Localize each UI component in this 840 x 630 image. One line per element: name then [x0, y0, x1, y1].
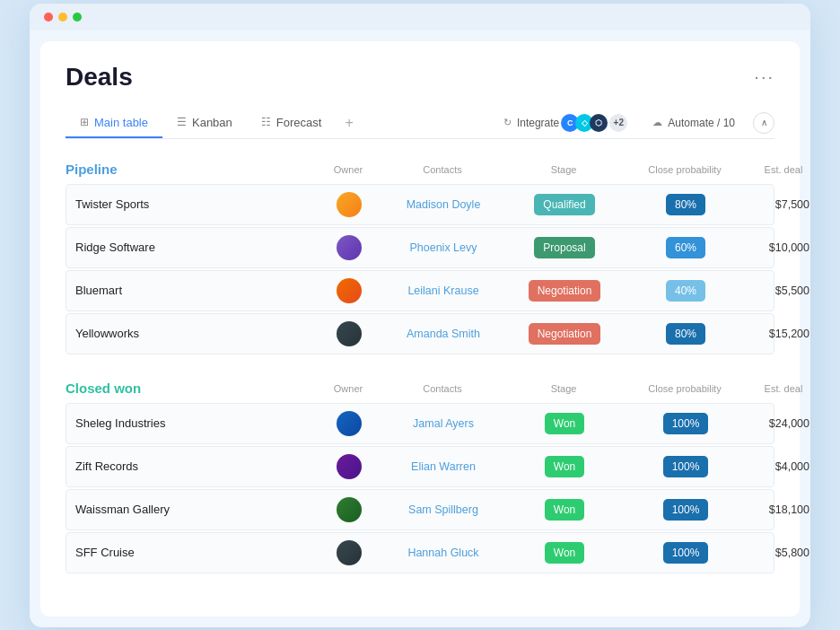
stage-badge: Won: [545, 499, 584, 521]
deal-name: Bluemart: [66, 276, 318, 304]
deal-value: $5,500: [748, 277, 810, 304]
table-row: Sheleg Industries Jamal Ayers Won 100% $…: [66, 403, 774, 444]
stage-badge: Negotiation: [529, 323, 601, 345]
probability-badge: 100%: [663, 413, 709, 434]
table-row: SFF Cruise Hannah Gluck Won 100% $5,800: [66, 532, 774, 573]
deal-value: $15,200: [748, 320, 810, 347]
probability-badge: 60%: [666, 237, 705, 258]
owner-avatar-cell: [318, 447, 381, 486]
app-content: Deals ··· ⊞ Main table ☰ Kanban ☷ Foreca…: [40, 41, 800, 617]
deal-value: $18,100: [748, 496, 810, 523]
prob-cell: 100%: [623, 410, 748, 437]
probability-badge: 40%: [666, 280, 705, 302]
stage-badge: Won: [545, 542, 584, 564]
toolbar-right: ↻ Integrate C ◇ ⬡ +2 ☁ Automate / 10 ∧: [496, 110, 774, 136]
pipeline-owner-header: Owner: [317, 164, 380, 175]
closed-won-prob-header: Close probability: [622, 383, 748, 394]
probability-badge: 80%: [666, 194, 705, 215]
stage-badge: Negotiation: [529, 280, 601, 302]
closed-won-section: Closed won Owner Contacts Stage Close pr…: [66, 376, 774, 573]
table-row: Bluemart Leilani Krause Negotiation 40% …: [66, 270, 774, 311]
pipeline-contacts-header: Contacts: [380, 164, 505, 175]
stage-cell: Qualified: [506, 191, 623, 218]
tab-forecast-label: Forecast: [276, 116, 322, 129]
forecast-icon: ☷: [261, 116, 271, 128]
automate-button[interactable]: ☁ Automate / 10: [645, 113, 742, 133]
pipeline-section: Pipeline Owner Contacts Stage Close prob…: [66, 157, 774, 354]
avatar: [337, 192, 362, 217]
prob-cell: 100%: [623, 453, 748, 480]
tab-main-table-label: Main table: [94, 116, 148, 129]
table-row: Ridge Software Phoenix Levy Proposal 60%…: [66, 227, 774, 268]
contact-name[interactable]: Hannah Gluck: [381, 539, 506, 566]
contact-name[interactable]: Leilani Krause: [381, 277, 506, 304]
table-row: Zift Records Elian Warren Won 100% $4,00…: [66, 446, 774, 487]
sync-icon: ↻: [503, 117, 512, 128]
collapse-button[interactable]: ∧: [753, 112, 774, 134]
avatar: [337, 454, 362, 479]
automate-label: Automate / 10: [668, 117, 735, 129]
stage-badge: Proposal: [534, 237, 594, 258]
integrate-label: Integrate: [517, 117, 559, 129]
contact-name[interactable]: Amanda Smith: [381, 320, 506, 347]
closed-won-header-row: Closed won Owner Contacts Stage Close pr…: [66, 376, 774, 401]
owner-avatar-cell: [318, 533, 381, 573]
owner-avatar-cell: [318, 271, 381, 311]
avatar: [337, 497, 362, 522]
stage-cell: Won: [506, 539, 623, 566]
contact-name[interactable]: Sam Spillberg: [381, 496, 506, 523]
owner-avatar-cell: [318, 404, 381, 443]
deal-value: $5,800: [748, 539, 810, 566]
close-dot[interactable]: [44, 13, 53, 22]
page-title: Deals: [66, 63, 133, 92]
closed-won-contacts-header: Contacts: [380, 383, 505, 394]
owner-avatar-cell: [318, 314, 381, 354]
probability-badge: 100%: [663, 542, 709, 564]
prob-cell: 80%: [623, 191, 748, 218]
tab-kanban-label: Kanban: [192, 116, 232, 129]
deal-name: Yellowworks: [66, 319, 318, 347]
deal-name: Sheleg Industries: [66, 409, 318, 437]
contact-name[interactable]: Elian Warren: [381, 453, 506, 480]
deal-value: $7,500: [748, 191, 810, 218]
tab-add-button[interactable]: +: [336, 108, 362, 138]
contact-name[interactable]: Jamal Ayers: [381, 410, 506, 437]
browser-window: Deals ··· ⊞ Main table ☰ Kanban ☷ Foreca…: [30, 4, 810, 627]
stage-badge: Qualified: [534, 194, 594, 215]
kanban-icon: ☰: [177, 116, 187, 128]
deal-value: $24,000: [748, 410, 810, 437]
page-header: Deals ···: [66, 63, 774, 92]
prob-cell: 80%: [623, 320, 748, 347]
tab-main-table[interactable]: ⊞ Main table: [66, 109, 162, 138]
pipeline-deal-header: Est. deal: [748, 164, 810, 175]
pipeline-stage-header: Stage: [505, 164, 622, 175]
deal-name: SFF Cruise: [66, 538, 318, 566]
tab-kanban[interactable]: ☰ Kanban: [162, 109, 247, 138]
minimize-dot[interactable]: [58, 13, 67, 22]
tab-list: ⊞ Main table ☰ Kanban ☷ Forecast +: [66, 108, 496, 138]
closed-won-title: Closed won: [66, 381, 317, 396]
tab-bar: ⊞ Main table ☰ Kanban ☷ Forecast + ↻ Int…: [66, 108, 774, 139]
icon-circle-dark: ⬡: [590, 114, 608, 132]
deal-value: $10,000: [748, 234, 810, 261]
stage-cell: Proposal: [506, 234, 623, 261]
more-options-button[interactable]: ···: [754, 66, 774, 87]
owner-avatar-cell: [318, 185, 381, 224]
pipeline-prob-header: Close probability: [622, 164, 748, 175]
owner-avatar-cell: [318, 490, 381, 529]
contact-name[interactable]: Madison Doyle: [381, 191, 506, 218]
deal-name: Twister Sports: [66, 190, 318, 218]
stage-cell: Negotiation: [506, 320, 623, 347]
stage-badge: Won: [545, 413, 584, 434]
integrate-button[interactable]: ↻ Integrate C ◇ ⬡ +2: [496, 110, 634, 136]
prob-cell: 100%: [623, 539, 748, 566]
contact-name[interactable]: Phoenix Levy: [381, 234, 506, 261]
table-icon: ⊞: [80, 116, 89, 128]
owner-avatar-cell: [318, 228, 381, 267]
stage-cell: Won: [506, 410, 623, 437]
fullscreen-dot[interactable]: [73, 13, 82, 22]
pipeline-title: Pipeline: [66, 162, 317, 177]
deal-name: Waissman Gallery: [66, 495, 318, 523]
browser-bar: [30, 4, 810, 31]
tab-forecast[interactable]: ☷ Forecast: [247, 109, 337, 138]
